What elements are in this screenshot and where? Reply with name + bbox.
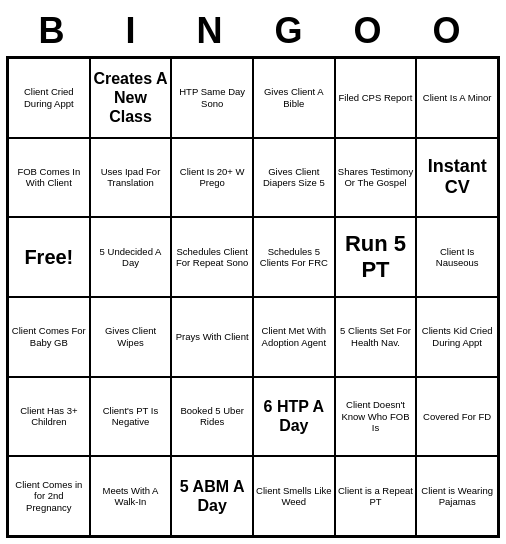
bingo-grid: Client Cried During ApptCreates A New Cl… bbox=[6, 56, 500, 538]
title-letter-o2: O bbox=[411, 10, 490, 52]
bingo-title: B I N G O O bbox=[6, 6, 500, 56]
bingo-cell-7: Uses Ipad For Translation bbox=[90, 138, 172, 218]
bingo-cell-30: Client Comes in for 2nd Pregnancy bbox=[8, 456, 90, 536]
bingo-cell-16: Run 5 PT bbox=[335, 217, 417, 297]
bingo-cell-31: Meets With A Walk-In bbox=[90, 456, 172, 536]
title-letter-g: G bbox=[253, 10, 332, 52]
bingo-cell-18: Client Comes For Baby GB bbox=[8, 297, 90, 377]
bingo-cell-33: Client Smells Like Weed bbox=[253, 456, 335, 536]
bingo-cell-32: 5 ABM A Day bbox=[171, 456, 253, 536]
bingo-cell-12: Free! bbox=[8, 217, 90, 297]
bingo-cell-25: Client's PT Is Negative bbox=[90, 377, 172, 457]
bingo-cell-11: Instant CV bbox=[416, 138, 498, 218]
title-letter-n: N bbox=[174, 10, 253, 52]
bingo-cell-24: Client Has 3+ Children bbox=[8, 377, 90, 457]
bingo-cell-34: Client is a Repeat PT bbox=[335, 456, 417, 536]
bingo-cell-5: Client Is A Minor bbox=[416, 58, 498, 138]
bingo-cell-15: Schedules 5 Clients For FRC bbox=[253, 217, 335, 297]
title-letter-i: I bbox=[95, 10, 174, 52]
bingo-cell-13: 5 Undecided A Day bbox=[90, 217, 172, 297]
bingo-cell-26: Booked 5 Uber Rides bbox=[171, 377, 253, 457]
bingo-cell-22: 5 Clients Set For Health Nav. bbox=[335, 297, 417, 377]
bingo-cell-3: Gives Client A Bible bbox=[253, 58, 335, 138]
bingo-cell-9: Gives Client Diapers Size 5 bbox=[253, 138, 335, 218]
bingo-cell-6: FOB Comes In With Client bbox=[8, 138, 90, 218]
title-letter-b: B bbox=[16, 10, 95, 52]
bingo-cell-21: Client Met With Adoption Agent bbox=[253, 297, 335, 377]
bingo-cell-2: HTP Same Day Sono bbox=[171, 58, 253, 138]
bingo-cell-35: Client is Wearing Pajamas bbox=[416, 456, 498, 536]
bingo-cell-27: 6 HTP A Day bbox=[253, 377, 335, 457]
bingo-cell-23: Clients Kid Cried During Appt bbox=[416, 297, 498, 377]
bingo-cell-20: Prays With Client bbox=[171, 297, 253, 377]
bingo-cell-0: Client Cried During Appt bbox=[8, 58, 90, 138]
bingo-cell-29: Covered For FD bbox=[416, 377, 498, 457]
bingo-cell-10: Shares Testimony Or The Gospel bbox=[335, 138, 417, 218]
title-letter-o1: O bbox=[332, 10, 411, 52]
bingo-cell-17: Client Is Nauseous bbox=[416, 217, 498, 297]
bingo-cell-19: Gives Client Wipes bbox=[90, 297, 172, 377]
bingo-cell-28: Client Doesn't Know Who FOB Is bbox=[335, 377, 417, 457]
bingo-cell-8: Client Is 20+ W Prego bbox=[171, 138, 253, 218]
bingo-cell-1: Creates A New Class bbox=[90, 58, 172, 138]
bingo-cell-14: Schedules Client For Repeat Sono bbox=[171, 217, 253, 297]
bingo-cell-4: Filed CPS Report bbox=[335, 58, 417, 138]
